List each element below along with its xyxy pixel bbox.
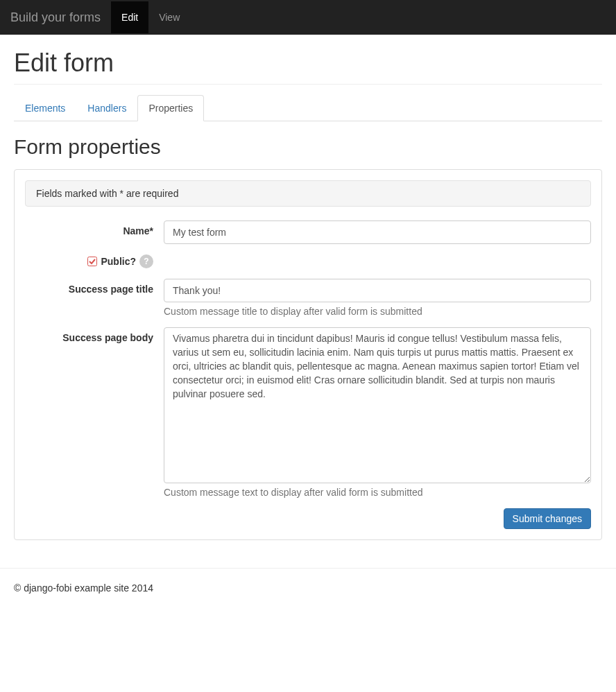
nav-tabs: Elements Handlers Properties: [14, 95, 602, 121]
success-body-input[interactable]: [164, 327, 591, 483]
form-group-public: Public? ?: [25, 254, 591, 268]
tab-properties[interactable]: Properties: [137, 95, 204, 121]
success-title-input[interactable]: [164, 279, 591, 302]
name-input[interactable]: [164, 220, 591, 244]
divider: [0, 568, 616, 569]
tab-handlers[interactable]: Handlers: [76, 95, 137, 121]
required-notice: Fields marked with * are required: [25, 180, 591, 207]
form-group-name: Name*: [25, 220, 591, 244]
nav-item-edit[interactable]: Edit: [111, 1, 148, 33]
success-title-label: Success page title: [25, 279, 164, 295]
success-body-label: Success page body: [25, 327, 164, 343]
form-group-success-body: Success page body Custom message text to…: [25, 327, 591, 498]
name-label: Name*: [25, 220, 164, 236]
navbar-brand[interactable]: Build your forms: [0, 0, 111, 35]
tab-elements[interactable]: Elements: [14, 95, 76, 121]
svg-rect-0: [88, 257, 97, 266]
form-group-success-title: Success page title Custom message title …: [25, 279, 591, 317]
success-title-help: Custom message title to display after va…: [164, 306, 591, 317]
help-icon[interactable]: ?: [139, 254, 153, 268]
footer-text: © django-fobi example site 2014: [0, 582, 616, 607]
form-panel: Fields marked with * are required Name* …: [14, 169, 602, 540]
section-title: Form properties: [14, 135, 602, 159]
public-label: Public?: [101, 256, 136, 267]
checkbox-icon[interactable]: [87, 257, 97, 266]
navbar: Build your forms Edit View: [0, 0, 616, 35]
nav-item-view[interactable]: View: [148, 1, 190, 33]
page-title: Edit form: [14, 49, 602, 85]
submit-button[interactable]: Submit changes: [504, 508, 591, 529]
success-body-help: Custom message text to display after val…: [164, 487, 591, 498]
